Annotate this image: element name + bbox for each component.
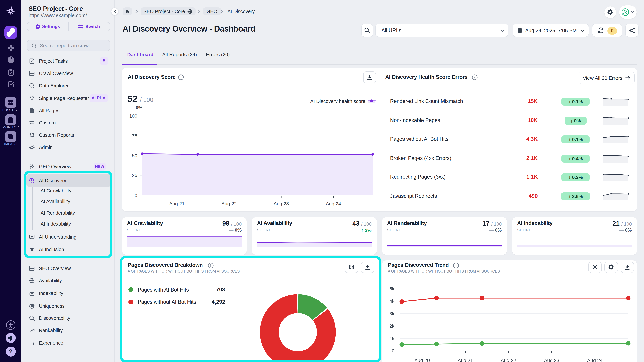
svg-text:Aug 23: Aug 23 (544, 358, 560, 362)
svg-text:4k: 4k (390, 299, 394, 304)
svg-text:Aug 22: Aug 22 (221, 201, 237, 206)
svg-text:Aug 23: Aug 23 (273, 201, 289, 206)
svg-text:75: 75 (132, 133, 137, 138)
svg-text:1k: 1k (390, 336, 394, 341)
svg-text:100: 100 (129, 113, 137, 119)
svg-text:Aug 24: Aug 24 (326, 201, 341, 206)
svg-text:Aug 21: Aug 21 (169, 201, 184, 206)
svg-text:0: 0 (134, 193, 137, 198)
svg-text:5k: 5k (390, 286, 394, 292)
svg-text:25: 25 (132, 173, 137, 178)
svg-text:Aug 20: Aug 20 (414, 358, 430, 362)
svg-text:2k: 2k (390, 324, 394, 329)
svg-text:Aug 21: Aug 21 (458, 358, 473, 362)
svg-text:3k: 3k (390, 311, 394, 316)
svg-text:Aug 22: Aug 22 (501, 358, 516, 362)
svg-text:0: 0 (392, 348, 394, 354)
svg-text:50: 50 (132, 153, 137, 158)
svg-text:Aug 24: Aug 24 (587, 358, 602, 362)
